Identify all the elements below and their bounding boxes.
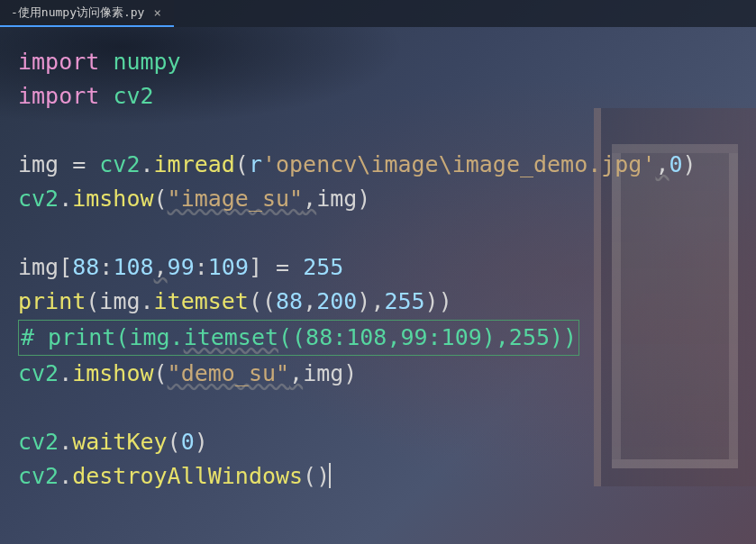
- code-line: import numpy: [18, 45, 738, 79]
- text-cursor: [329, 463, 331, 488]
- code-line: cv2.destroyAllWindows(): [18, 459, 738, 494]
- code-line: cv2.waitKey(0): [18, 425, 738, 459]
- selection-highlight: # print(img.itemset((88:108,99:109),255)…: [18, 320, 579, 356]
- code-line: img = cv2.imread(r'opencv\image\image_de…: [18, 148, 738, 182]
- code-editor[interactable]: import numpy import cv2 img = cv2.imread…: [0, 27, 756, 494]
- code-line: [18, 216, 738, 250]
- code-line: print(img.itemset((88,200),255)): [18, 285, 738, 319]
- code-line: # print(img.itemset((88:108,99:109),255)…: [18, 319, 738, 357]
- code-line: img[88:108,99:109] = 255: [18, 250, 738, 285]
- code-line: cv2.imshow("image_su",img): [18, 182, 738, 216]
- tab-filename: -使用numpy访问像素.py: [11, 5, 144, 21]
- tab-bar: -使用numpy访问像素.py ×: [0, 0, 756, 27]
- code-line: import cv2: [18, 79, 738, 113]
- code-line: [18, 113, 738, 148]
- code-line: [18, 391, 738, 425]
- file-tab[interactable]: -使用numpy访问像素.py ×: [0, 0, 174, 27]
- code-line: cv2.imshow("demo_su",img): [18, 357, 738, 391]
- close-icon[interactable]: ×: [151, 5, 162, 20]
